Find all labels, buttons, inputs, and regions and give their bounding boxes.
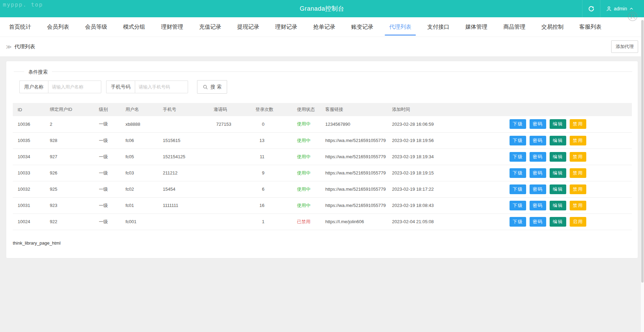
cell-id: 10031 <box>13 197 45 214</box>
tab-会员等级[interactable]: 会员等级 <box>85 17 107 37</box>
action-button-下级[interactable]: 下级 <box>510 119 526 129</box>
action-button-禁用[interactable]: 禁用 <box>570 119 586 129</box>
cell-status: 使用中 <box>292 197 320 214</box>
tab-首页统计[interactable]: 首页统计 <box>9 17 31 37</box>
action-button-下级[interactable]: 下级 <box>510 184 526 194</box>
action-button-编辑[interactable]: 编辑 <box>550 201 566 210</box>
action-button-密码[interactable]: 密码 <box>530 119 546 129</box>
cell-invite_code <box>209 197 251 214</box>
status-badge: 使用中 <box>297 203 310 208</box>
cell-login_count: 1 <box>251 214 292 230</box>
cell-username: fc06 <box>121 132 158 149</box>
scrollbar-thumb[interactable] <box>641 20 644 283</box>
action-button-下级[interactable]: 下级 <box>510 152 526 162</box>
action-button-编辑[interactable]: 编辑 <box>550 217 566 227</box>
tab-商品管理[interactable]: 商品管理 <box>503 17 525 37</box>
refresh-button[interactable] <box>582 0 600 17</box>
phone-input[interactable] <box>135 80 188 93</box>
action-button-禁用[interactable]: 禁用 <box>570 152 586 162</box>
tab-会员列表[interactable]: 会员列表 <box>47 17 69 37</box>
topbar-right-area: admin <box>582 0 639 17</box>
column-header: 添加时间 <box>387 103 505 116</box>
action-button-禁用[interactable]: 禁用 <box>570 184 586 194</box>
cell-invite_code <box>209 214 251 230</box>
action-button-编辑[interactable]: 编辑 <box>550 168 566 178</box>
cell-status: 使用中 <box>292 181 320 197</box>
tab-理财管理[interactable]: 理财管理 <box>161 17 183 37</box>
cell-invite_code <box>209 181 251 197</box>
cell-level: 一级 <box>94 181 121 197</box>
table-row: 10032925一级fc02154546使用中https://wa.me/521… <box>13 181 632 197</box>
column-header: 用户名 <box>121 103 158 116</box>
cell-invite_code <box>209 149 251 165</box>
action-button-密码[interactable]: 密码 <box>530 184 546 194</box>
refresh-icon <box>588 6 595 12</box>
action-button-编辑[interactable]: 编辑 <box>550 152 566 162</box>
tab-充值记录[interactable]: 充值记录 <box>199 17 221 37</box>
action-button-禁用[interactable]: 禁用 <box>570 136 586 145</box>
cell-phone <box>158 116 209 132</box>
tab-提现记录[interactable]: 提现记录 <box>237 17 259 37</box>
action-button-密码[interactable]: 密码 <box>530 152 546 162</box>
breadcrumb: ≫ 代理列表 <box>6 44 35 50</box>
username-field-label: 用户名称 <box>19 80 48 93</box>
cell-status: 使用中 <box>292 165 320 181</box>
action-button-密码[interactable]: 密码 <box>530 201 546 210</box>
action-button-密码[interactable]: 密码 <box>530 136 546 145</box>
cell-login_count: 0 <box>251 116 292 132</box>
action-button-下级[interactable]: 下级 <box>510 217 526 227</box>
table-header-row: ID绑定用户ID级别用户名手机号邀请码登录次数使用状态客服链接添加时间 <box>13 103 632 116</box>
user-icon <box>606 6 612 12</box>
cell-id: 10032 <box>13 181 45 197</box>
cell-bind_user_id: 927 <box>45 149 94 165</box>
cell-level: 一级 <box>94 149 121 165</box>
status-badge: 使用中 <box>297 121 310 126</box>
action-button-编辑[interactable]: 编辑 <box>550 184 566 194</box>
action-button-密码[interactable]: 密码 <box>530 168 546 178</box>
column-header: 客服链接 <box>320 103 387 116</box>
action-button-下级[interactable]: 下级 <box>510 201 526 210</box>
tab-账变记录[interactable]: 账变记录 <box>351 17 373 37</box>
column-header: 邀请码 <box>209 103 251 116</box>
username-input[interactable] <box>48 80 101 93</box>
tab-媒体管理[interactable]: 媒体管理 <box>465 17 487 37</box>
cell-id: 10033 <box>13 165 45 181</box>
tab-代理列表[interactable]: 代理列表 <box>389 17 411 37</box>
action-button-启用[interactable]: 启用 <box>570 217 586 227</box>
tab-支付接口[interactable]: 支付接口 <box>427 17 449 37</box>
action-button-禁用[interactable]: 禁用 <box>570 168 586 178</box>
cell-created_at: 2023-02-19 18:17:22 <box>387 181 505 197</box>
action-button-禁用[interactable]: 禁用 <box>570 201 586 210</box>
cell-created_at: 2023-02-19 18:19:56 <box>387 132 505 149</box>
app-title: Granada控制台 <box>300 4 344 13</box>
user-menu[interactable]: admin <box>600 0 639 17</box>
cell-actions: 下级密码编辑禁用 <box>505 132 632 149</box>
action-button-密码[interactable]: 密码 <box>530 217 546 227</box>
username-field-group: 用户名称 <box>19 80 101 93</box>
content-card: 条件搜索 用户名称 手机号码 搜 索 ID <box>6 61 638 258</box>
cell-created_at: 2023-02-19 18:19:34 <box>387 149 505 165</box>
column-header: ID <box>13 103 45 116</box>
vertical-scrollbar[interactable] <box>641 17 644 332</box>
action-button-下级[interactable]: 下级 <box>510 168 526 178</box>
tab-抢单记录[interactable]: 抢单记录 <box>313 17 335 37</box>
action-button-编辑[interactable]: 编辑 <box>550 119 566 129</box>
cell-level: 一级 <box>94 132 121 149</box>
cell-phone: 15454 <box>158 181 209 197</box>
action-button-下级[interactable]: 下级 <box>510 136 526 145</box>
tab-客服列表[interactable]: 客服列表 <box>579 17 601 37</box>
tab-交易控制[interactable]: 交易控制 <box>541 17 563 37</box>
cell-id: 10035 <box>13 132 45 149</box>
cell-bind_user_id: 925 <box>45 181 94 197</box>
cell-service_link: https://wa.me/5216591055779 <box>320 165 387 181</box>
search-button[interactable]: 搜 索 <box>197 80 227 94</box>
cell-id: 10034 <box>13 149 45 165</box>
tab-模式分组[interactable]: 模式分组 <box>123 17 145 37</box>
cell-login_count: 13 <box>251 132 292 149</box>
action-button-编辑[interactable]: 编辑 <box>550 136 566 145</box>
table-row: 10031923一级fc01111111116使用中https://wa.me/… <box>13 197 632 214</box>
cell-bind_user_id: 923 <box>45 197 94 214</box>
add-agent-button[interactable]: 添加代理 <box>611 40 638 53</box>
username: admin <box>614 6 627 11</box>
tab-理财记录[interactable]: 理财记录 <box>275 17 297 37</box>
